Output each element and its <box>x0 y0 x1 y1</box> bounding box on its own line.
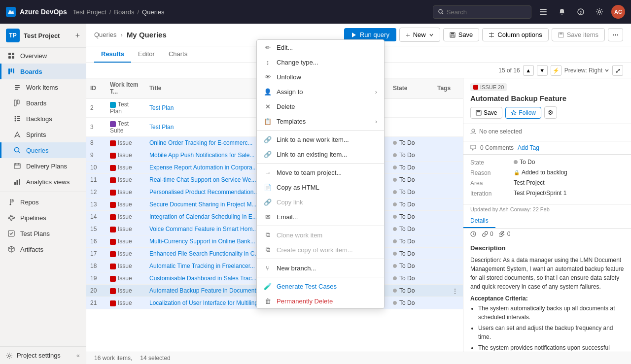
ctx-label-perm-delete: Permanently Delete <box>277 298 333 305</box>
ctx-label-gen-test-cases: Generate Test Cases <box>277 283 337 290</box>
ctx-label-clone: Clone work item <box>277 232 322 239</box>
ctx-item-templates[interactable]: 📋 Templates › <box>257 114 384 129</box>
ctx-label-link-new: Link to a new work item... <box>277 136 349 143</box>
context-menu: ✏ Edit... ↕ Change type... 👁 Unfollow 👤 … <box>256 39 385 309</box>
ctx-item-link-existing[interactable]: 🔗 Link to an existing item... <box>257 147 384 162</box>
ctx-item-clone: ⧉ Clone work item <box>257 228 384 242</box>
ctx-item-unfollow[interactable]: 👁 Unfollow <box>257 69 384 84</box>
ctx-item-copy-link: 🔗 Copy link <box>257 195 384 209</box>
ctx-icon-copy-html: 📄 <box>264 183 272 191</box>
ctx-label-edit: Edit... <box>277 44 293 51</box>
ctx-icon-gen-test-cases: 🧪 <box>264 282 272 290</box>
context-menu-separator <box>257 259 384 259</box>
ctx-icon-change-type: ↕ <box>264 58 272 66</box>
ctx-item-perm-delete[interactable]: 🗑 Permanently Delete <box>257 294 384 308</box>
ctx-icon-delete: ✕ <box>264 102 272 110</box>
ctx-label-delete: Delete <box>277 103 295 110</box>
ctx-label-copy-html: Copy as HTML <box>277 184 319 191</box>
ctx-item-copy-html[interactable]: 📄 Copy as HTML <box>257 180 384 195</box>
ctx-item-edit[interactable]: ✏ Edit... <box>257 40 384 55</box>
ctx-item-move-team[interactable]: → Move to team project... <box>257 165 384 180</box>
ctx-icon-email: ✉ <box>264 213 272 221</box>
ctx-label-change-type: Change type... <box>277 59 318 66</box>
ctx-icon-perm-delete: 🗑 <box>264 297 272 305</box>
ctx-label-email: Email... <box>277 213 298 221</box>
ctx-label-templates: Templates <box>277 118 306 125</box>
ctx-item-assign-to[interactable]: 👤 Assign to › <box>257 84 384 99</box>
context-menu-separator <box>257 130 384 131</box>
context-menu-separator <box>257 277 384 277</box>
ctx-label-new-branch: New branch... <box>277 265 316 272</box>
ctx-item-link-new[interactable]: 🔗 Link to a new work item... <box>257 132 384 147</box>
ctx-icon-link-existing: 🔗 <box>264 150 272 158</box>
ctx-item-email[interactable]: ✉ Email... <box>257 209 384 224</box>
ctx-item-delete[interactable]: ✕ Delete <box>257 99 384 114</box>
ctx-icon-new-branch: ⑂ <box>264 264 272 272</box>
ctx-icon-clone: ⧉ <box>264 231 272 239</box>
ctx-label-link-existing: Link to an existing item... <box>277 151 347 158</box>
ctx-icon-unfollow: 👁 <box>264 73 272 81</box>
ctx-item-new-branch[interactable]: ⑂ New branch... <box>257 261 384 275</box>
context-menu-separator <box>257 226 384 226</box>
ctx-icon-assign-to: 👤 <box>264 88 272 96</box>
ctx-icon-create-copy: ⧉ <box>264 246 272 254</box>
ctx-label-assign-to: Assign to <box>277 88 303 96</box>
ctx-label-create-copy: Create copy of work item... <box>277 246 353 254</box>
ctx-submenu-arrow: › <box>375 118 377 125</box>
ctx-label-copy-link: Copy link <box>277 199 303 206</box>
ctx-icon-copy-link: 🔗 <box>264 198 272 206</box>
ctx-icon-templates: 📋 <box>264 117 272 125</box>
context-menu-separator <box>257 163 384 164</box>
ctx-label-unfollow: Unfollow <box>277 73 301 81</box>
ctx-icon-link-new: 🔗 <box>264 135 272 143</box>
ctx-label-move-team: Move to team project... <box>277 169 342 176</box>
ctx-item-create-copy: ⧉ Create copy of work item... <box>257 242 384 257</box>
ctx-item-change-type[interactable]: ↕ Change type... <box>257 55 384 69</box>
ctx-icon-edit: ✏ <box>264 43 272 51</box>
ctx-submenu-arrow: › <box>375 88 377 96</box>
ctx-icon-move-team: → <box>264 168 272 176</box>
ctx-item-gen-test-cases[interactable]: 🧪 Generate Test Cases <box>257 279 384 294</box>
